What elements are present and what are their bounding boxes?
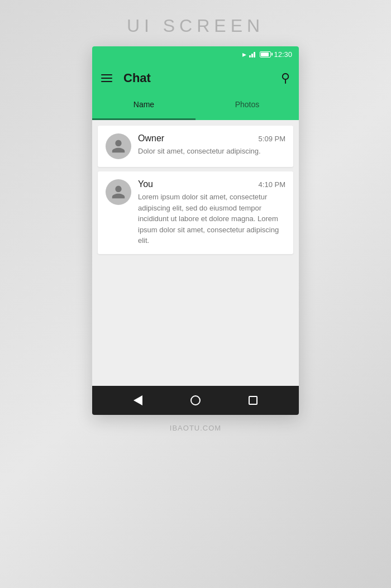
- tab-photos-label: Photos: [235, 100, 260, 114]
- chat-time-you: 4:10 PM: [259, 180, 285, 189]
- signal-bar-2: [251, 54, 253, 58]
- chat-content-owner: Owner 5:09 PM Dolor sit amet, consectetu…: [138, 133, 285, 157]
- chat-content-you: You 4:10 PM Lorem ipsum dolor sit amet, …: [138, 179, 285, 246]
- tab-bar: Name Photos: [92, 94, 299, 120]
- battery-icon: [260, 51, 271, 58]
- chat-card-you[interactable]: You 4:10 PM Lorem ipsum dolor sit amet, …: [98, 171, 293, 254]
- tab-name-indicator: [92, 118, 196, 120]
- search-icon[interactable]: ⚲: [281, 71, 290, 85]
- home-icon: [190, 395, 201, 405]
- avatar-you: [106, 179, 131, 205]
- back-icon: [133, 395, 142, 405]
- signal-bar-3: [254, 52, 255, 58]
- recents-button[interactable]: [243, 390, 263, 410]
- page-title: UI SCREEN: [127, 16, 264, 36]
- hamburger-line-2: [101, 78, 112, 79]
- hamburger-menu-icon[interactable]: [101, 74, 112, 82]
- phone-mockup: ▸ 12:30 Chat ⚲ Name: [92, 46, 299, 415]
- status-bar: ▸ 12:30: [92, 46, 299, 62]
- status-icons: ▸ 12:30: [242, 50, 292, 59]
- tab-name-label: Name: [133, 100, 154, 114]
- signal-bar-1: [249, 55, 251, 58]
- chat-time-owner: 5:09 PM: [259, 135, 285, 143]
- app-bar: Chat ⚲: [92, 62, 299, 94]
- hamburger-line-3: [101, 81, 112, 82]
- watermark: IBAOTU.COM: [170, 424, 221, 432]
- chat-name-you: You: [138, 179, 153, 189]
- person-icon-you: [111, 184, 126, 200]
- recents-icon: [249, 396, 258, 405]
- nav-bar: [92, 386, 299, 415]
- wifi-icon: ▸: [242, 50, 246, 59]
- hamburger-line-1: [101, 74, 112, 75]
- tab-photos-indicator: [196, 118, 299, 120]
- chat-card-owner[interactable]: Owner 5:09 PM Dolor sit amet, consectetu…: [98, 126, 293, 167]
- back-button[interactable]: [128, 390, 148, 410]
- chat-header-owner: Owner 5:09 PM: [138, 133, 285, 144]
- home-button[interactable]: [185, 390, 206, 410]
- chat-message-you: Lorem ipsum dolor sit amet, consectetur …: [138, 192, 285, 246]
- battery-fill: [261, 52, 269, 56]
- chat-header-you: You 4:10 PM: [138, 179, 285, 189]
- tab-name[interactable]: Name: [92, 94, 196, 120]
- person-icon-owner: [111, 138, 126, 154]
- signal-icon: [249, 51, 257, 58]
- tab-photos[interactable]: Photos: [196, 94, 299, 120]
- status-time: 12:30: [274, 50, 292, 59]
- avatar-owner: [106, 133, 131, 159]
- chat-name-owner: Owner: [138, 133, 164, 144]
- chat-message-owner: Dolor sit amet, consectetur adipiscing.: [138, 146, 285, 157]
- app-bar-title: Chat: [123, 71, 270, 85]
- content-area: Owner 5:09 PM Dolor sit amet, consectetu…: [92, 120, 299, 386]
